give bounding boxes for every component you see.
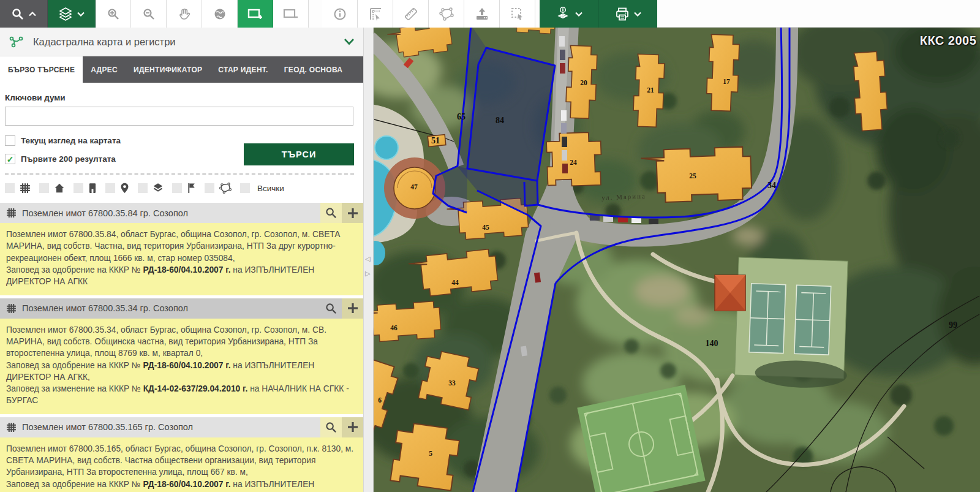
search-button[interactable]: ТЪРСИ <box>244 143 354 165</box>
layer-info-menu-button[interactable] <box>540 0 598 28</box>
add-result-button[interactable] <box>342 298 363 319</box>
filter-checkbox[interactable] <box>240 183 250 193</box>
result-details: Поземлен имот 67800.35.84, област Бургас… <box>0 223 363 295</box>
grid-icon <box>20 183 31 194</box>
tab-3[interactable]: СТАР ИДЕНТ. <box>210 56 276 83</box>
polygon-nodes-icon <box>439 7 454 21</box>
grid-icon <box>6 208 17 218</box>
crs-label: ККС 2005 4 <box>920 34 980 48</box>
zoom-to-result-button[interactable] <box>320 298 342 319</box>
chevron-down-icon <box>77 12 85 17</box>
house-icon <box>54 183 65 194</box>
tab-4[interactable]: ГЕОД. ОСНОВА <box>276 56 351 83</box>
layers-diamond-icon <box>153 183 164 194</box>
street-name-label: ул. Марина <box>601 192 646 202</box>
identify-button[interactable] <box>322 0 358 28</box>
layers-icon <box>58 7 73 21</box>
filter-checkbox[interactable] <box>138 183 148 193</box>
zoom-out-icon <box>142 7 156 21</box>
search-sidebar: Кадастрална карта и регистри БЪРЗО ТЪРСЕ… <box>0 28 363 492</box>
full-extent-button[interactable] <box>202 0 238 28</box>
measure-distance-button[interactable] <box>393 0 429 28</box>
map-toolbar <box>0 0 980 28</box>
info-circle-icon <box>333 7 347 21</box>
tab-1[interactable]: АДРЕС <box>83 56 126 83</box>
measure-area-button[interactable] <box>429 0 464 28</box>
cadastre-app: Кадастрална карта и регистри БЪРЗО ТЪРСЕ… <box>0 0 980 492</box>
panel-header[interactable]: Кадастрална карта и регистри <box>0 28 363 56</box>
filter-checkbox[interactable] <box>105 183 115 193</box>
toolbar-group-gap <box>309 0 322 28</box>
result-header[interactable]: Поземлен имот 67800.35.84 гр. Созопол <box>0 203 363 223</box>
quick-search-form: Ключови думи Текущ изглед на картата ✓ П… <box>0 93 363 175</box>
cadastre-branch-icon <box>9 34 24 49</box>
chevron-down-icon[interactable] <box>344 38 355 45</box>
building-icon <box>88 183 97 194</box>
box-select-button[interactable] <box>500 0 535 28</box>
divider-dashed <box>5 173 354 175</box>
pan-button[interactable] <box>167 0 202 28</box>
add-result-button[interactable] <box>342 203 363 223</box>
rectangle-minus-icon <box>283 7 299 21</box>
search-toggle-button[interactable] <box>0 0 48 28</box>
first200-checkbox[interactable]: ✓ <box>5 154 15 164</box>
result-header[interactable]: Поземлен имот 67800.35.165 гр. Созопол <box>0 417 363 437</box>
info-grid-icon <box>555 6 571 22</box>
add-result-button[interactable] <box>342 417 363 437</box>
result-type-filters: Всички <box>0 175 363 200</box>
export-button[interactable] <box>464 0 500 28</box>
chevron-down-icon <box>575 12 582 17</box>
zoom-box-out-button[interactable] <box>273 0 309 28</box>
tennis-courts <box>734 257 851 389</box>
result-title: Поземлен имот 67800.35.84 гр. Созопол <box>22 208 320 218</box>
current-view-checkbox[interactable] <box>5 135 15 146</box>
ruler-diagonal-icon <box>404 7 418 21</box>
results-list: Поземлен имот 67800.35.84 гр. СозополПоз… <box>0 203 363 492</box>
measure-button[interactable] <box>358 0 393 28</box>
globe-icon <box>213 7 227 21</box>
keywords-input[interactable] <box>5 107 353 126</box>
polygon-icon <box>219 183 232 194</box>
first200-label: Първите 200 резултата <box>21 154 116 164</box>
filter-checkbox[interactable] <box>172 183 182 193</box>
keywords-label: Ключови думи <box>5 93 358 102</box>
sidebar-divider[interactable]: ◁ ▷ <box>363 28 374 492</box>
grid-icon <box>6 303 17 314</box>
result-header[interactable]: Поземлен имот 67800.35.34 гр. Созопол <box>0 298 363 319</box>
rectangle-plus-icon <box>247 7 263 21</box>
grid-icon <box>6 422 17 433</box>
collapse-left-arrow-icon[interactable]: ◁ <box>365 255 370 262</box>
dotted-select-cursor-icon <box>510 7 525 21</box>
expand-right-arrow-icon[interactable]: ▷ <box>365 270 370 277</box>
result-title: Поземлен имот 67800.35.34 гр. Созопол <box>22 303 320 313</box>
print-menu-button[interactable] <box>598 0 657 28</box>
result-details: Поземлен имот 67800.35.165, област Бурга… <box>0 437 363 492</box>
chevron-up-icon <box>29 12 36 17</box>
hand-icon <box>178 7 191 21</box>
filter-checkbox[interactable] <box>39 183 49 193</box>
search-icon <box>11 7 24 21</box>
zoom-in-icon <box>107 7 120 21</box>
printer-icon <box>615 7 630 21</box>
result-title: Поземлен имот 67800.35.165 гр. Созопол <box>22 422 320 432</box>
tab-0[interactable]: БЪРЗО ТЪРСЕНЕ <box>0 56 83 83</box>
flag-icon <box>187 183 196 194</box>
filter-checkbox[interactable] <box>205 183 214 193</box>
panel-title: Кадастрална карта и регистри <box>33 36 344 48</box>
filter-checkbox[interactable] <box>5 183 15 193</box>
zoom-in-button[interactable] <box>96 0 131 28</box>
tab-2[interactable]: ИДЕНТИФИКАТОР <box>126 56 210 83</box>
zoom-out-button[interactable] <box>131 0 167 28</box>
upload-tray-icon <box>475 7 489 21</box>
map-viewport[interactable]: 84655134140994720211724254544463365 ул. … <box>374 28 980 492</box>
filter-all-label: Всички <box>257 184 284 193</box>
filter-checkbox[interactable] <box>74 183 83 193</box>
chevron-down-icon <box>634 12 641 17</box>
ruler-corner-icon <box>368 7 383 21</box>
toolbar-group-gap <box>535 0 540 28</box>
zoom-box-in-button[interactable] <box>238 0 273 28</box>
red-roof-hut <box>715 275 745 311</box>
layers-menu-button[interactable] <box>48 0 96 28</box>
zoom-to-result-button[interactable] <box>320 203 342 223</box>
zoom-to-result-button[interactable] <box>320 417 342 437</box>
